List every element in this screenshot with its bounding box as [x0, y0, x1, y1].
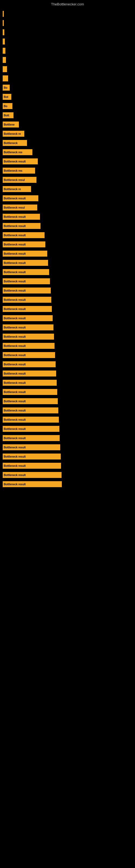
bar: Bottleneck result [3, 315, 53, 321]
bar-row: Bottleneck result [3, 213, 130, 220]
bar: Bottleneck res [3, 149, 32, 155]
bar-label: Bottleneck [4, 142, 17, 145]
bar-row: Bottleneck result [3, 287, 130, 294]
bar: Bottleneck result [3, 398, 58, 404]
bar: Bottleneck result [3, 426, 59, 432]
bar-row: Bottleneck result [3, 407, 130, 414]
bar-label: Bottleneck result [4, 391, 26, 394]
bar-row: Bot [3, 93, 130, 101]
bar-row: Bottleneck result [3, 342, 130, 350]
bar-row: Bottleneck resul [3, 204, 130, 211]
bar-row [3, 29, 130, 36]
bar-row: Bottleneck result [3, 314, 130, 322]
bar: Bottleneck result [3, 463, 61, 469]
bar-label: Bottleneck result [4, 474, 26, 476]
bar-row: Bottleneck result [3, 250, 130, 257]
bar-row: Bottleneck re [3, 185, 130, 193]
bar-label: Bottleneck result [4, 464, 26, 467]
bar-row: Bo [3, 84, 130, 91]
bar: Bottleneck result [3, 306, 52, 312]
bar-label: Bottleneck result [4, 252, 26, 255]
bar-row: Bottleneck re [3, 130, 130, 137]
bar-row: Bottleneck result [3, 259, 130, 267]
bar-row [3, 47, 130, 55]
bar-label: Bottleneck result [4, 400, 26, 403]
bar-label: Bott [4, 114, 9, 117]
bar: Bottlene [3, 122, 19, 127]
bar [3, 75, 8, 82]
site-title: TheBottlenecker.com [0, 0, 135, 7]
bar-row: Bottleneck result [3, 268, 130, 276]
bar-label: Bottleneck result [4, 261, 26, 265]
bar-label: Bottleneck resul [4, 179, 25, 182]
bar-row [3, 56, 130, 64]
bar-label: Bottleneck result [4, 317, 26, 320]
bar-label: Bottleneck result [4, 344, 26, 347]
bar: Bottleneck result [3, 297, 51, 303]
bar: Bottleneck result [3, 214, 40, 220]
bar-label: Bottleneck result [4, 335, 26, 338]
bar: Bottleneck result [3, 371, 56, 376]
bar: Bottleneck result [3, 454, 61, 460]
bar-row: Bottleneck result [3, 241, 130, 248]
bar-row: Bottleneck result [3, 416, 130, 424]
bar-row: Bottleneck result [3, 370, 130, 377]
bar-label: Bo [4, 105, 7, 108]
bar [3, 11, 4, 17]
bar-label: Bot [4, 95, 8, 98]
bar: Bottleneck result [3, 389, 57, 395]
bar-label: Bottleneck result [4, 197, 26, 200]
bar: Bottleneck result [3, 472, 61, 478]
bar-row [3, 10, 130, 18]
bar: Bottleneck result [3, 232, 45, 238]
bar-label: Bottleneck res [4, 151, 22, 154]
bars-container: BoBotBoBottBottleneBottleneck reBottlene… [0, 7, 135, 492]
bar: Bottleneck result [3, 324, 53, 330]
bar: Bottleneck result [3, 444, 60, 450]
bar-row: Bottleneck result [3, 323, 130, 331]
bar-label: Bottleneck result [4, 455, 26, 458]
bar-row: Bottleneck result [3, 351, 130, 359]
bar-label: Bottleneck result [4, 437, 26, 440]
bar: Bottleneck result [3, 380, 57, 386]
bar-label: Bottleneck result [4, 363, 26, 366]
bar [3, 48, 5, 54]
bar-label: Bottleneck result [4, 446, 26, 449]
bar [3, 57, 6, 63]
bar: Bo [3, 85, 10, 91]
bar-row [3, 19, 130, 27]
bar-label: Bottleneck result [4, 418, 26, 421]
bar-row: Bottleneck resul [3, 176, 130, 184]
bar-label: Bo [4, 86, 7, 89]
bar: Bottleneck result [3, 481, 62, 487]
bar-row: Bottleneck result [3, 388, 130, 396]
bar-label: Bottleneck result [4, 243, 26, 246]
bar-row: Bott [3, 112, 130, 119]
bar: Bottleneck [3, 140, 27, 146]
bar-label: Bottleneck result [4, 326, 26, 329]
bar-row: Bottleneck res [3, 148, 130, 156]
bar: Bottleneck re [3, 131, 24, 137]
bar-label: Bottleneck re [4, 188, 21, 191]
bar: Bottleneck result [3, 195, 38, 201]
bar-row [3, 65, 130, 73]
bar-row: Bottleneck result [3, 278, 130, 285]
bar: Bottleneck re [3, 186, 31, 192]
bar-row: Bottleneck res [3, 167, 130, 175]
bar [3, 20, 4, 26]
bar: Bottleneck result [3, 407, 58, 413]
bar-row: Bottleneck result [3, 231, 130, 239]
bar-row [3, 74, 130, 82]
bar-row: Bottlene [3, 121, 130, 128]
bar-label: Bottleneck result [4, 483, 26, 486]
bar-label: Bottleneck result [4, 354, 26, 357]
bar-row: Bottleneck result [3, 425, 130, 433]
bar: Bottleneck result [3, 287, 51, 293]
bar: Bottleneck res [3, 167, 35, 174]
bar-row: Bottleneck result [3, 443, 130, 451]
bar: Bottleneck result [3, 352, 55, 358]
bar: Bottleneck result [3, 269, 49, 275]
bar-label: Bottleneck result [4, 215, 26, 218]
bar: Bottleneck resul [3, 177, 37, 183]
bar-label: Bottlene [4, 123, 14, 126]
